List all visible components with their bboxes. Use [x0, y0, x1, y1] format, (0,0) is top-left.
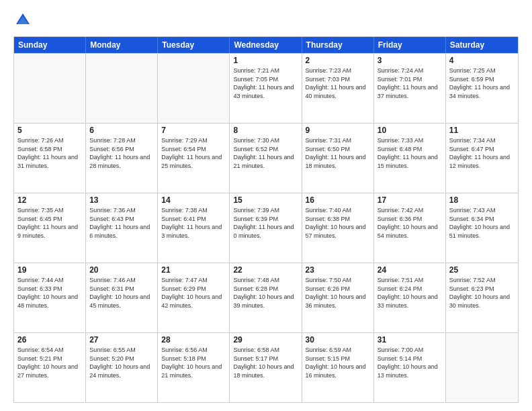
cell-info: Sunrise: 7:40 AM Sunset: 6:38 PM Dayligh… — [306, 206, 370, 240]
day-number: 6 — [89, 126, 154, 135]
cal-cell-23: 23Sunrise: 7:50 AM Sunset: 6:26 PM Dayli… — [302, 263, 374, 332]
day-number: 13 — [89, 195, 154, 205]
cell-info: Sunrise: 7:30 AM Sunset: 6:52 PM Dayligh… — [233, 136, 298, 170]
cell-info: Sunrise: 7:43 AM Sunset: 6:34 PM Dayligh… — [449, 206, 515, 240]
cal-header-monday: Monday — [86, 37, 158, 53]
cal-cell-2: 2Sunrise: 7:23 AM Sunset: 7:03 PM Daylig… — [302, 54, 374, 123]
day-number: 17 — [378, 195, 442, 205]
cell-info: Sunrise: 7:50 AM Sunset: 6:26 PM Dayligh… — [306, 276, 370, 310]
day-number: 5 — [17, 126, 82, 135]
cal-cell-19: 19Sunrise: 7:44 AM Sunset: 6:33 PM Dayli… — [14, 263, 86, 332]
day-number: 24 — [378, 265, 442, 275]
cell-info: Sunrise: 6:55 AM Sunset: 5:20 PM Dayligh… — [89, 346, 154, 379]
calendar-header-row: SundayMondayTuesdayWednesdayThursdayFrid… — [14, 37, 518, 53]
cal-header-friday: Friday — [374, 37, 446, 53]
cell-info: Sunrise: 7:48 AM Sunset: 6:28 PM Dayligh… — [233, 276, 298, 310]
cal-cell-7: 7Sunrise: 7:29 AM Sunset: 6:54 PM Daylig… — [158, 124, 230, 193]
cell-info: Sunrise: 6:58 AM Sunset: 5:17 PM Dayligh… — [233, 346, 298, 379]
cal-cell-26: 26Sunrise: 6:54 AM Sunset: 5:21 PM Dayli… — [14, 333, 86, 402]
cal-cell-21: 21Sunrise: 7:47 AM Sunset: 6:29 PM Dayli… — [158, 263, 230, 332]
cell-info: Sunrise: 7:21 AM Sunset: 7:05 PM Dayligh… — [233, 66, 298, 100]
cal-header-tuesday: Tuesday — [158, 37, 230, 53]
cal-row-0: 1Sunrise: 7:21 AM Sunset: 7:05 PM Daylig… — [14, 53, 518, 123]
cell-info: Sunrise: 6:54 AM Sunset: 5:21 PM Dayligh… — [17, 346, 82, 379]
cal-cell-13: 13Sunrise: 7:36 AM Sunset: 6:43 PM Dayli… — [86, 193, 158, 263]
cell-info: Sunrise: 7:26 AM Sunset: 6:58 PM Dayligh… — [17, 136, 82, 170]
cal-cell-8: 8Sunrise: 7:30 AM Sunset: 6:52 PM Daylig… — [230, 124, 302, 193]
cal-cell-27: 27Sunrise: 6:55 AM Sunset: 5:20 PM Dayli… — [86, 333, 158, 402]
day-number: 8 — [233, 126, 298, 135]
calendar: SundayMondayTuesdayWednesdayThursdayFrid… — [13, 36, 519, 403]
day-number: 27 — [89, 335, 154, 345]
day-number: 7 — [161, 126, 226, 135]
cell-info: Sunrise: 7:23 AM Sunset: 7:03 PM Dayligh… — [306, 66, 370, 100]
cell-info: Sunrise: 7:51 AM Sunset: 6:24 PM Dayligh… — [378, 276, 442, 310]
cal-cell-28: 28Sunrise: 6:56 AM Sunset: 5:18 PM Dayli… — [158, 333, 230, 402]
cal-cell-empty-0-1 — [86, 54, 158, 123]
cell-info: Sunrise: 7:31 AM Sunset: 6:50 PM Dayligh… — [306, 136, 370, 170]
cal-cell-24: 24Sunrise: 7:51 AM Sunset: 6:24 PM Dayli… — [374, 263, 446, 332]
cal-cell-31: 31Sunrise: 7:00 AM Sunset: 5:14 PM Dayli… — [374, 333, 446, 402]
cal-cell-12: 12Sunrise: 7:35 AM Sunset: 6:45 PM Dayli… — [14, 193, 86, 263]
cal-cell-20: 20Sunrise: 7:46 AM Sunset: 6:31 PM Dayli… — [86, 263, 158, 332]
day-number: 10 — [378, 126, 442, 135]
day-number: 1 — [233, 56, 298, 65]
day-number: 21 — [161, 265, 226, 275]
cell-info: Sunrise: 7:28 AM Sunset: 6:56 PM Dayligh… — [89, 136, 154, 170]
logo — [13, 11, 35, 30]
day-number: 3 — [378, 56, 442, 65]
day-number: 25 — [449, 265, 515, 275]
cal-cell-18: 18Sunrise: 7:43 AM Sunset: 6:34 PM Dayli… — [446, 193, 518, 263]
day-number: 18 — [449, 195, 515, 205]
cal-cell-4: 4Sunrise: 7:25 AM Sunset: 6:59 PM Daylig… — [446, 54, 518, 123]
cal-row-4: 26Sunrise: 6:54 AM Sunset: 5:21 PM Dayli… — [14, 332, 518, 402]
day-number: 26 — [17, 335, 82, 345]
cell-info: Sunrise: 7:25 AM Sunset: 6:59 PM Dayligh… — [449, 66, 515, 100]
cal-header-thursday: Thursday — [302, 37, 374, 53]
cell-info: Sunrise: 6:59 AM Sunset: 5:15 PM Dayligh… — [306, 346, 370, 379]
cal-cell-25: 25Sunrise: 7:52 AM Sunset: 6:23 PM Dayli… — [446, 263, 518, 332]
cal-cell-22: 22Sunrise: 7:48 AM Sunset: 6:28 PM Dayli… — [230, 263, 302, 332]
day-number: 16 — [306, 195, 370, 205]
day-number: 20 — [89, 265, 154, 275]
day-number: 28 — [161, 335, 226, 345]
cell-info: Sunrise: 7:24 AM Sunset: 7:01 PM Dayligh… — [378, 66, 442, 100]
cell-info: Sunrise: 7:47 AM Sunset: 6:29 PM Dayligh… — [161, 276, 226, 310]
day-number: 4 — [449, 56, 515, 65]
day-number: 15 — [233, 195, 298, 205]
cal-header-wednesday: Wednesday — [230, 37, 302, 53]
cal-header-saturday: Saturday — [446, 37, 518, 53]
header — [13, 11, 519, 30]
cal-row-2: 12Sunrise: 7:35 AM Sunset: 6:45 PM Dayli… — [14, 193, 518, 263]
page: SundayMondayTuesdayWednesdayThursdayFrid… — [0, 0, 532, 411]
day-number: 29 — [233, 335, 298, 345]
day-number: 19 — [17, 265, 82, 275]
cal-cell-15: 15Sunrise: 7:39 AM Sunset: 6:39 PM Dayli… — [230, 193, 302, 263]
cell-info: Sunrise: 7:39 AM Sunset: 6:39 PM Dayligh… — [233, 206, 298, 240]
cell-info: Sunrise: 7:00 AM Sunset: 5:14 PM Dayligh… — [378, 346, 442, 379]
cal-cell-14: 14Sunrise: 7:38 AM Sunset: 6:41 PM Dayli… — [158, 193, 230, 263]
cal-cell-3: 3Sunrise: 7:24 AM Sunset: 7:01 PM Daylig… — [374, 54, 446, 123]
calendar-body: 1Sunrise: 7:21 AM Sunset: 7:05 PM Daylig… — [14, 53, 518, 402]
cell-info: Sunrise: 6:56 AM Sunset: 5:18 PM Dayligh… — [161, 346, 226, 379]
cal-cell-empty-0-0 — [14, 54, 86, 123]
cal-cell-9: 9Sunrise: 7:31 AM Sunset: 6:50 PM Daylig… — [302, 124, 374, 193]
cal-cell-16: 16Sunrise: 7:40 AM Sunset: 6:38 PM Dayli… — [302, 193, 374, 263]
day-number: 12 — [17, 195, 82, 205]
day-number: 22 — [233, 265, 298, 275]
cell-info: Sunrise: 7:42 AM Sunset: 6:36 PM Dayligh… — [378, 206, 442, 240]
cal-cell-empty-0-2 — [158, 54, 230, 123]
cell-info: Sunrise: 7:44 AM Sunset: 6:33 PM Dayligh… — [17, 276, 82, 310]
day-number: 23 — [306, 265, 370, 275]
cal-cell-29: 29Sunrise: 6:58 AM Sunset: 5:17 PM Dayli… — [230, 333, 302, 402]
logo-icon — [13, 11, 32, 30]
cal-cell-6: 6Sunrise: 7:28 AM Sunset: 6:56 PM Daylig… — [86, 124, 158, 193]
cell-info: Sunrise: 7:34 AM Sunset: 6:47 PM Dayligh… — [449, 136, 515, 170]
cal-row-1: 5Sunrise: 7:26 AM Sunset: 6:58 PM Daylig… — [14, 123, 518, 193]
cal-cell-10: 10Sunrise: 7:33 AM Sunset: 6:48 PM Dayli… — [374, 124, 446, 193]
cell-info: Sunrise: 7:35 AM Sunset: 6:45 PM Dayligh… — [17, 206, 82, 240]
cal-cell-17: 17Sunrise: 7:42 AM Sunset: 6:36 PM Dayli… — [374, 193, 446, 263]
day-number: 30 — [306, 335, 370, 345]
cal-header-sunday: Sunday — [14, 37, 86, 53]
cal-cell-1: 1Sunrise: 7:21 AM Sunset: 7:05 PM Daylig… — [230, 54, 302, 123]
